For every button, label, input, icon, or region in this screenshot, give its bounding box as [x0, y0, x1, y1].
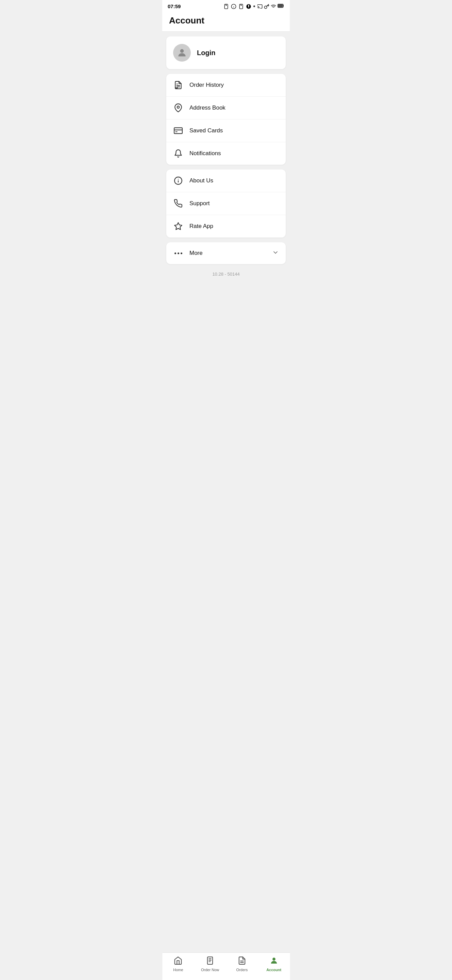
status-bar: 07:59 — [162, 0, 290, 11]
star-icon — [173, 221, 183, 231]
support-label: Support — [189, 200, 210, 207]
menu-item-about-us[interactable]: About Us — [166, 169, 286, 192]
content-area: Login Order History — [162, 32, 290, 324]
svg-rect-8 — [278, 5, 282, 7]
login-label: Login — [197, 49, 215, 57]
phone-icon — [173, 198, 183, 208]
more-label: More — [189, 250, 203, 256]
svg-point-9 — [180, 49, 184, 53]
status-system-icons — [224, 4, 284, 9]
login-button[interactable]: Login — [166, 37, 286, 69]
svg-marker-20 — [174, 223, 182, 230]
more-button[interactable]: More — [166, 242, 286, 264]
avatar-icon — [173, 44, 191, 62]
menu-item-address-book[interactable]: Address Book — [166, 96, 286, 119]
saved-cards-label: Saved Cards — [189, 127, 223, 134]
bell-icon — [173, 148, 183, 159]
menu-item-notifications[interactable]: Notifications — [166, 142, 286, 165]
more-dots-icon — [173, 253, 183, 254]
info-circle-icon — [173, 176, 183, 186]
more-card: More — [166, 242, 286, 264]
credit-card-icon — [173, 126, 183, 136]
login-card: Login — [166, 37, 286, 69]
menu-item-order-history[interactable]: Order History — [166, 74, 286, 96]
menu-item-support[interactable]: Support — [166, 192, 286, 215]
receipt-icon — [173, 80, 183, 90]
menu-section-2: About Us Support Rate App — [166, 169, 286, 237]
menu-section-1: Order History Address Book Saved Cards — [166, 74, 286, 165]
svg-point-13 — [177, 106, 179, 108]
address-book-label: Address Book — [189, 105, 225, 111]
location-pin-icon — [173, 103, 183, 113]
menu-item-rate-app[interactable]: Rate App — [166, 215, 286, 237]
page-title: Account — [162, 11, 290, 32]
notifications-label: Notifications — [189, 150, 221, 157]
order-history-label: Order History — [189, 82, 224, 89]
about-us-label: About Us — [189, 177, 213, 184]
rate-app-label: Rate App — [189, 223, 213, 230]
version-text: 10.28 - 50144 — [166, 270, 286, 280]
svg-rect-14 — [174, 127, 182, 134]
status-time: 07:59 — [168, 3, 181, 9]
menu-item-saved-cards[interactable]: Saved Cards — [166, 119, 286, 142]
chevron-down-icon — [272, 249, 279, 257]
